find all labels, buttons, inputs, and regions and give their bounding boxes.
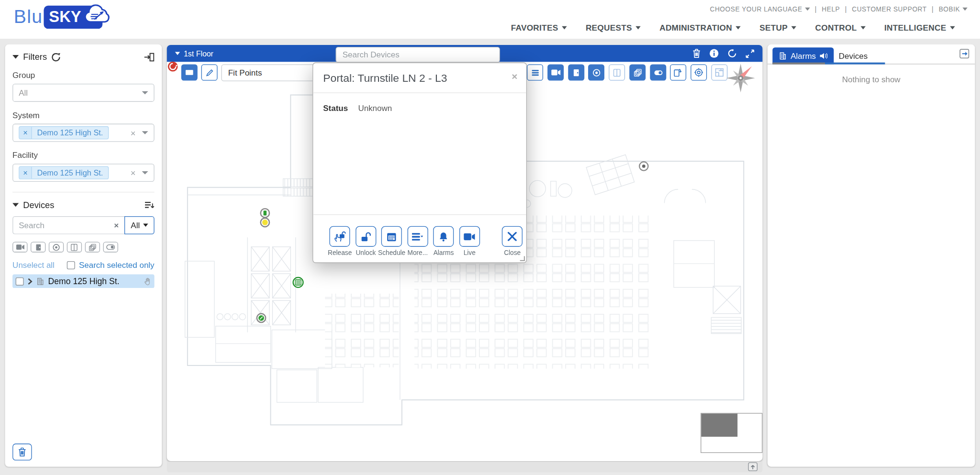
alarms-devices-panel: Alarms Devices Nothing to show bbox=[768, 44, 975, 467]
hand-icon[interactable] bbox=[145, 277, 151, 285]
release-button[interactable] bbox=[330, 226, 350, 247]
sort-icon[interactable] bbox=[145, 201, 155, 209]
layer-portals-button[interactable] bbox=[670, 65, 686, 81]
filter-elevators-button[interactable] bbox=[67, 242, 82, 252]
search-selected-label[interactable]: Search selected only bbox=[79, 261, 155, 270]
minimap-viewport[interactable] bbox=[701, 414, 737, 437]
clear-search-icon[interactable]: × bbox=[114, 221, 119, 230]
filter-outputs-button[interactable] bbox=[103, 242, 118, 252]
more-button[interactable] bbox=[407, 226, 428, 247]
building-icon bbox=[779, 52, 787, 60]
clear-icon[interactable]: × bbox=[131, 128, 136, 137]
clear-icon[interactable]: × bbox=[131, 168, 136, 177]
close-icon[interactable]: × bbox=[512, 72, 517, 82]
unlock-button[interactable] bbox=[356, 226, 376, 247]
device-marker-door[interactable] bbox=[261, 209, 269, 217]
collapse-panel-icon[interactable] bbox=[144, 52, 154, 62]
collapse-section-icon[interactable] bbox=[12, 55, 19, 59]
chevron-right-icon[interactable] bbox=[27, 278, 32, 285]
customer-support-link[interactable]: CUSTOMER SUPPORT bbox=[852, 5, 926, 12]
layer-cameras-button[interactable] bbox=[547, 65, 564, 81]
list-view-button[interactable] bbox=[527, 65, 543, 81]
release-action: Release bbox=[327, 226, 353, 256]
blusky-logo[interactable]: Blu SKY bbox=[14, 4, 102, 30]
camera-icon bbox=[551, 69, 560, 76]
export-icon[interactable] bbox=[959, 49, 970, 59]
search-selected-checkbox[interactable] bbox=[67, 261, 75, 269]
separator: | bbox=[932, 5, 934, 12]
live-button[interactable] bbox=[459, 226, 480, 247]
layer-readers-button[interactable] bbox=[588, 65, 604, 81]
device-marker-ok[interactable] bbox=[257, 314, 266, 322]
nav-setup[interactable]: SETUP bbox=[759, 23, 796, 33]
device-tree-row[interactable]: Demo 125 High St. bbox=[12, 274, 154, 288]
help-link[interactable]: HELP bbox=[822, 5, 840, 12]
refresh-button[interactable] bbox=[727, 49, 737, 58]
edit-mode-button[interactable] bbox=[201, 65, 218, 81]
filter-groups-button[interactable] bbox=[85, 242, 100, 252]
device-scope-button[interactable]: All bbox=[124, 216, 155, 234]
dialog-actions: Release Unlock bbox=[313, 214, 526, 263]
tab-alarms[interactable]: Alarms bbox=[772, 47, 834, 64]
resize-handle[interactable] bbox=[519, 255, 525, 261]
layer-outputs-button[interactable] bbox=[650, 65, 666, 81]
collapse-toolbar-button[interactable] bbox=[181, 65, 198, 81]
device-search-input[interactable] bbox=[19, 221, 114, 230]
caret-down-icon bbox=[142, 131, 148, 134]
layer-doors-button[interactable] bbox=[568, 65, 584, 81]
status-label: Status bbox=[323, 104, 350, 113]
map-search-input[interactable] bbox=[335, 47, 500, 63]
nav-administration[interactable]: ADMINISTRATION bbox=[659, 23, 741, 33]
chip-remove-icon[interactable]: × bbox=[19, 167, 32, 179]
system-select[interactable]: × Demo 125 High St. × bbox=[12, 124, 154, 142]
chip-remove-icon[interactable]: × bbox=[19, 127, 32, 139]
floor-selector[interactable]: 1st Floor bbox=[175, 49, 213, 58]
alarms-button[interactable] bbox=[433, 226, 454, 247]
restore-panel-button[interactable] bbox=[748, 463, 757, 471]
reset-icon[interactable] bbox=[51, 52, 61, 62]
nav-favorites[interactable]: FAVORITES bbox=[511, 23, 567, 33]
layer-groups-button[interactable] bbox=[629, 65, 646, 81]
map-footer-strip bbox=[167, 462, 763, 472]
nav-intelligence[interactable]: INTELLIGENCE bbox=[884, 23, 955, 33]
collapse-section-icon[interactable] bbox=[12, 203, 19, 207]
minimap[interactable] bbox=[701, 413, 762, 453]
schedule-action: Schedule bbox=[379, 226, 405, 256]
devices-header: Devices bbox=[12, 200, 154, 210]
schedule-button[interactable] bbox=[381, 226, 402, 247]
device-marker-turnstile[interactable] bbox=[293, 277, 303, 287]
elevator-icon bbox=[71, 243, 78, 251]
device-marker-target[interactable] bbox=[639, 162, 648, 170]
release-label: Release bbox=[328, 249, 352, 256]
logo-blu: Blu bbox=[14, 6, 43, 27]
filter-doors-button[interactable] bbox=[31, 242, 45, 252]
user-menu[interactable]: BOBIK bbox=[939, 5, 968, 12]
door-exit-icon bbox=[674, 68, 682, 77]
nav-control[interactable]: CONTROL bbox=[815, 23, 866, 33]
nav-requests[interactable]: REQUESTS bbox=[586, 23, 641, 33]
empty-message: Nothing to show bbox=[768, 75, 975, 85]
system-chip-label: Demo 125 High St. bbox=[32, 127, 108, 139]
tree-checkbox[interactable] bbox=[16, 277, 24, 285]
unselect-all-link[interactable]: Unselect all bbox=[12, 261, 55, 270]
layer-locations-button[interactable] bbox=[690, 65, 707, 81]
selection-links: Unselect all Search selected only bbox=[12, 261, 154, 270]
delete-filter-button[interactable] bbox=[12, 443, 32, 460]
fullscreen-button[interactable] bbox=[746, 49, 754, 58]
group-select[interactable]: All bbox=[12, 84, 154, 102]
main-nav: FAVORITES REQUESTS ADMINISTRATION SETUP … bbox=[511, 23, 955, 33]
caret-down-icon bbox=[791, 26, 796, 30]
language-link[interactable]: CHOOSE YOUR LANGUAGE bbox=[710, 5, 810, 12]
info-button[interactable] bbox=[709, 49, 719, 58]
caret-down-icon bbox=[175, 52, 180, 55]
delete-floor-button[interactable] bbox=[692, 49, 701, 58]
close-button[interactable] bbox=[502, 226, 523, 247]
toggle-icon bbox=[654, 70, 663, 76]
layer-elevators-button[interactable] bbox=[609, 65, 625, 81]
tab-devices[interactable]: Devices bbox=[833, 47, 874, 64]
facility-select[interactable]: × Demo 125 High St. × bbox=[12, 164, 154, 182]
device-marker-unknown[interactable] bbox=[261, 218, 269, 227]
filter-cameras-button[interactable] bbox=[12, 242, 27, 252]
close-label: Close bbox=[504, 249, 521, 256]
filter-readers-button[interactable] bbox=[49, 242, 64, 252]
